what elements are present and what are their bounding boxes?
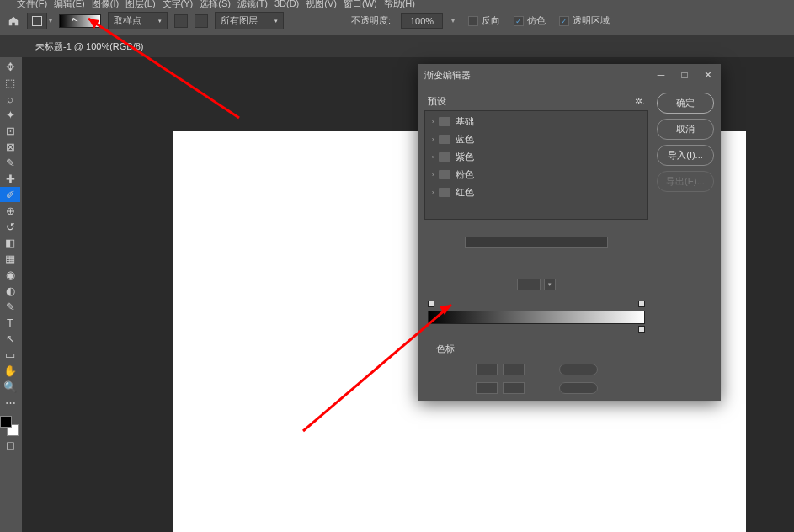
color-swatches[interactable] — [0, 416, 20, 436]
brush-tool-icon[interactable]: ✐ — [0, 187, 20, 202]
transparency-checkbox[interactable] — [559, 16, 569, 26]
eyedropper-tool-icon[interactable]: ✎ — [0, 155, 20, 170]
menu-file[interactable]: 文件(F) — [17, 0, 47, 10]
preset-folder[interactable]: › 蓝色 — [427, 130, 646, 148]
healing-tool-icon[interactable]: ✚ — [0, 171, 20, 186]
menu-window[interactable]: 窗口(W) — [344, 0, 377, 10]
preset-list[interactable]: › 基础 › 蓝色 › 紫色 › 粉色 — [424, 110, 648, 220]
menu-layer[interactable]: 图层(L) — [125, 0, 155, 10]
minimize-icon[interactable]: ─ — [655, 69, 667, 81]
ok-button[interactable]: 确定 — [657, 93, 714, 114]
quickmask-icon[interactable]: ◻ — [0, 437, 20, 452]
transparency-label: 透明区域 — [573, 14, 610, 27]
preset-folder[interactable]: › 粉色 — [427, 166, 646, 184]
dither-label: 仿色 — [527, 14, 546, 27]
opacity-input[interactable] — [401, 13, 443, 29]
stop-location-btn[interactable] — [559, 364, 598, 375]
menu-text[interactable]: 文字(Y) — [163, 0, 194, 10]
toolbar-btn-1[interactable] — [174, 14, 188, 28]
opacity-label: 不透明度: — [351, 14, 391, 27]
gradient-editor-dialog: 渐变编辑器 ─ □ ✕ 预设 ✲. › 基础 › 蓝色 — [418, 64, 721, 401]
stop-opacity-input[interactable] — [476, 364, 498, 375]
preset-folder[interactable]: › 红色 — [427, 184, 646, 201]
marquee-tool-icon[interactable]: ⬚ — [0, 75, 20, 90]
gradient-bar-editor — [424, 301, 648, 332]
zoom-tool-icon[interactable]: 🔍 — [0, 379, 20, 394]
chevron-down-icon[interactable]: ▾ — [451, 17, 455, 24]
menu-bar: 文件(F) 编辑(E) 图像(I) 图层(L) 文字(Y) 选择(S) 滤镜(T… — [0, 0, 794, 7]
reverse-checkbox[interactable] — [468, 16, 478, 26]
opacity-stop-right[interactable] — [638, 301, 645, 307]
chevron-right-icon: › — [432, 189, 434, 195]
chevron-right-icon: › — [432, 172, 434, 178]
dodge-tool-icon[interactable]: ◐ — [0, 283, 20, 298]
home-icon[interactable] — [7, 14, 20, 28]
type-tool-icon[interactable]: T — [0, 315, 20, 330]
sample-dropdown[interactable]: 取样点▾ — [108, 12, 168, 29]
menu-3d[interactable]: 3D(D) — [274, 0, 299, 8]
gradient-type-select[interactable] — [517, 279, 541, 290]
gradient-name-input[interactable] — [465, 237, 608, 248]
shape-tool-icon[interactable]: ▭ — [0, 347, 20, 362]
preset-folder[interactable]: › 紫色 — [427, 148, 646, 166]
dither-checkbox[interactable] — [514, 16, 524, 26]
frame-tool-icon[interactable]: ⊠ — [0, 139, 20, 154]
foreground-color-swatch[interactable] — [0, 416, 12, 428]
history-brush-tool-icon[interactable]: ↺ — [0, 219, 20, 234]
menu-help[interactable]: 帮助(H) — [384, 0, 415, 10]
folder-icon — [439, 117, 450, 126]
menu-image[interactable]: 图像(I) — [92, 0, 119, 10]
menu-edit[interactable]: 编辑(E) — [54, 0, 85, 10]
lasso-tool-icon[interactable]: ⌕ — [0, 91, 20, 106]
color-stops-label: 色标 — [436, 343, 648, 355]
folder-icon — [439, 135, 450, 144]
dialog-title: 渐变编辑器 — [424, 69, 471, 82]
move-tool-icon[interactable]: ✥ — [0, 59, 20, 74]
menu-view[interactable]: 视图(V) — [306, 0, 337, 10]
path-tool-icon[interactable]: ↖ — [0, 331, 20, 346]
document-tab-bar: 未标题-1 @ 100%(RGB/8) — [0, 35, 794, 57]
menu-filter[interactable]: 滤镜(T) — [237, 0, 268, 10]
opacity-stop-left[interactable] — [428, 301, 434, 307]
stop-opacity-arrow[interactable] — [503, 364, 525, 375]
pen-tool-icon[interactable]: ✎ — [0, 299, 20, 314]
color-stop-right[interactable] — [638, 326, 645, 332]
gradient-picker[interactable]: ↖ — [59, 14, 101, 28]
stop-color-arrow[interactable] — [503, 382, 525, 394]
toolbar-btn-2[interactable] — [195, 14, 208, 28]
close-icon[interactable]: ✕ — [702, 69, 714, 81]
import-button[interactable]: 导入(I)... — [657, 145, 714, 166]
crop-tool-icon[interactable]: ⊡ — [0, 123, 20, 138]
chevron-right-icon: › — [432, 154, 434, 160]
chevron-right-icon: › — [432, 119, 434, 125]
gear-icon[interactable]: ✲. — [635, 96, 645, 107]
export-button: 导出(E)... — [657, 171, 714, 192]
stamp-tool-icon[interactable]: ⊕ — [0, 203, 20, 218]
folder-icon — [439, 152, 450, 162]
tool-panel: ✥ ⬚ ⌕ ✦ ⊡ ⊠ ✎ ✚ ✐ ⊕ ↺ ◧ ▦ ◉ ◐ ✎ T ↖ ▭ ✋ … — [0, 57, 22, 532]
folder-icon — [439, 188, 450, 197]
chevron-right-icon: › — [432, 136, 434, 142]
more-icon[interactable]: ⋯ — [0, 395, 20, 410]
stop-delete-btn[interactable] — [559, 382, 598, 394]
options-bar: ▾ ↖ 取样点▾ 所有图层▾ 不透明度: ▾ 反向 仿色 透明区域 — [0, 7, 794, 35]
gradient-tool-icon[interactable]: ▦ — [0, 251, 20, 266]
eraser-tool-icon[interactable]: ◧ — [0, 235, 20, 250]
layers-dropdown[interactable]: 所有图层▾ — [215, 12, 284, 29]
cancel-button[interactable]: 取消 — [657, 119, 714, 140]
document-tab[interactable]: 未标题-1 @ 100%(RGB/8) — [27, 37, 152, 56]
hand-tool-icon[interactable]: ✋ — [0, 363, 20, 378]
dialog-titlebar[interactable]: 渐变编辑器 ─ □ ✕ — [418, 64, 721, 86]
maximize-icon[interactable]: □ — [679, 69, 690, 81]
chevron-down-icon[interactable]: ▾ — [544, 279, 556, 290]
menu-select[interactable]: 选择(S) — [200, 0, 231, 10]
chevron-down-icon[interactable]: ▾ — [49, 17, 52, 24]
stop-color-input[interactable] — [476, 382, 498, 394]
preset-folder[interactable]: › 基础 — [427, 113, 646, 130]
blur-tool-icon[interactable]: ◉ — [0, 267, 20, 282]
gradient-bar[interactable] — [428, 311, 645, 324]
presets-label: 预设 — [428, 95, 446, 108]
wand-tool-icon[interactable]: ✦ — [0, 107, 20, 122]
folder-icon — [439, 170, 450, 179]
tool-preset-button[interactable] — [27, 13, 47, 29]
